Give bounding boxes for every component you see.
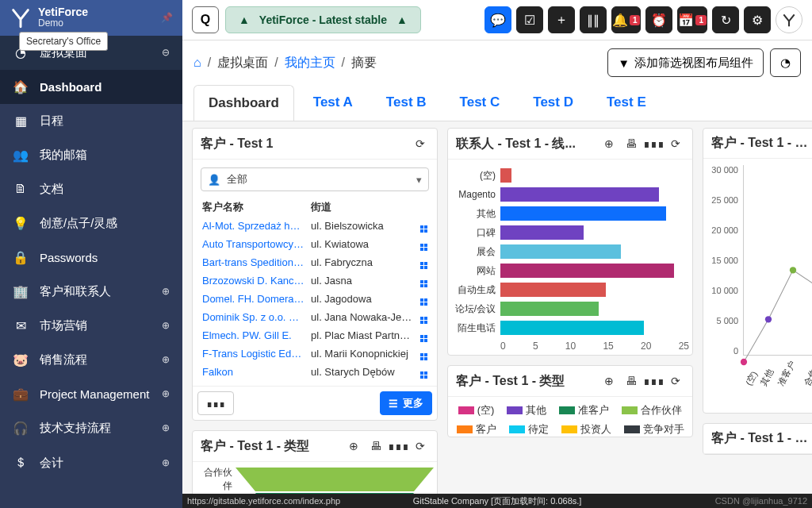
customer-name[interactable]: F-Trans Logistic Edwi...: [199, 344, 308, 363]
bar-row[interactable]: 陌生电话: [451, 318, 689, 337]
books-button[interactable]: ∥∥: [580, 6, 607, 33]
customer-name[interactable]: Al-Mot. Sprzedaż hurt...: [199, 217, 308, 235]
download-icon[interactable]: ⊕: [600, 372, 618, 390]
table-row[interactable]: Elmech. PW. Gill E.pl. Plac Miast Partne…: [199, 326, 431, 344]
expand-icon[interactable]: ⊕: [162, 422, 170, 433]
history-button[interactable]: ↻: [712, 6, 739, 33]
sidebar-item[interactable]: ▦日程: [0, 104, 182, 138]
sidebar-item[interactable]: 🐷销售流程⊕: [0, 343, 182, 377]
refresh-icon[interactable]: ⟳: [412, 437, 429, 455]
legend-item[interactable]: 待定: [509, 422, 549, 437]
table-row[interactable]: Dominik Sp. z o.o. FHUul. Jana Nowaka-Je…: [199, 308, 431, 326]
customer-name[interactable]: Dominik Sp. z o.o. FHU: [199, 308, 308, 326]
chat-button[interactable]: 💬: [485, 6, 511, 33]
expand-icon[interactable]: ⊕: [162, 286, 170, 297]
add-filter-widget-button[interactable]: ▼ 添加筛选视图布局组件: [607, 48, 764, 77]
bar-row[interactable]: 自动生成: [451, 280, 689, 299]
legend-item[interactable]: 客户: [457, 422, 496, 437]
grid-icon[interactable]: [416, 217, 431, 235]
calendar-button[interactable]: 📅1: [677, 6, 707, 33]
table-row[interactable]: Brzozowski D. Kancel...ul. Jasna: [199, 271, 431, 290]
reminders-button[interactable]: ⏰: [645, 6, 672, 33]
grid-icon[interactable]: [416, 308, 431, 326]
bar-row[interactable]: 展会: [451, 242, 689, 261]
tab[interactable]: Test A: [299, 85, 367, 121]
customer-name[interactable]: Auto Transportowcy F...: [199, 235, 308, 253]
sidebar-item[interactable]: 🏢客户和联系人⊕: [0, 275, 182, 309]
legend-item[interactable]: 准客户: [559, 403, 609, 418]
legend-item[interactable]: (空): [458, 403, 495, 418]
customer-name[interactable]: Domel. FH. Domerack...: [199, 290, 308, 308]
legend-item[interactable]: 投资人: [561, 422, 611, 437]
sidebar-item[interactable]: 🏠Dashboard: [0, 70, 182, 104]
notifications-button[interactable]: 🔔1: [611, 6, 642, 33]
refresh-icon[interactable]: ⟳: [412, 135, 429, 152]
action-button[interactable]: ☑: [516, 6, 543, 33]
bar-row[interactable]: 论坛/会议: [451, 299, 689, 318]
sidebar-item[interactable]: 👥我的邮箱: [0, 138, 182, 172]
sidebar-item[interactable]: 💼Project Management⊕: [0, 377, 182, 411]
refresh-icon[interactable]: ⟳: [667, 135, 684, 152]
legend-item[interactable]: 竞争对手: [624, 422, 684, 437]
tab[interactable]: Test D: [519, 85, 588, 121]
version-banner[interactable]: ▲ YetiForce - Latest stable ▲: [225, 6, 421, 33]
print-icon[interactable]: 🖶: [622, 135, 640, 152]
tab[interactable]: Test E: [592, 85, 661, 121]
grid-icon[interactable]: [416, 326, 431, 344]
table-row[interactable]: Bart-trans Spedition ...ul. Fabryczna: [199, 253, 431, 271]
expand-icon[interactable]: ⊕: [162, 320, 170, 331]
sidebar-item[interactable]: ✉市场营销⊕: [0, 309, 182, 343]
download-icon[interactable]: ⊕: [345, 437, 362, 455]
grid-icon[interactable]: [416, 253, 431, 271]
bar-row[interactable]: (空): [451, 166, 689, 185]
download-icon[interactable]: ⊕: [600, 135, 618, 152]
sidebar-item[interactable]: 💡创意/点子/灵感: [0, 206, 182, 241]
customer-name[interactable]: Elmech. PW. Gill E.: [199, 326, 308, 344]
sidebar-item[interactable]: 🔒Passwords: [0, 241, 182, 275]
print-icon[interactable]: 🖶: [367, 437, 385, 455]
chart-button[interactable]: ◔: [770, 48, 801, 77]
expand-icon[interactable]: ⊕: [162, 388, 170, 399]
breadcrumb-l2[interactable]: 我的主页: [285, 55, 335, 71]
legend-item[interactable]: 其他: [507, 403, 546, 418]
settings-button[interactable]: ⚙: [744, 6, 771, 33]
bars-icon[interactable]: ∎∎∎: [389, 437, 407, 455]
bars-icon[interactable]: ∎∎∎: [645, 135, 662, 152]
breadcrumb-home[interactable]: ⌂: [193, 56, 201, 70]
sidebar-item[interactable]: ＄会计⊕: [0, 445, 182, 481]
grid-icon[interactable]: [416, 290, 431, 308]
print-icon[interactable]: 🖶: [622, 372, 640, 390]
tab[interactable]: Test C: [446, 85, 515, 121]
sidebar-item[interactable]: 🗎文档: [0, 172, 182, 206]
tab[interactable]: Test B: [372, 85, 441, 121]
bar-row[interactable]: 网站: [451, 261, 689, 280]
customer-name[interactable]: Bart-trans Spedition ...: [199, 253, 308, 271]
more-button[interactable]: ☰ 更多: [380, 391, 432, 415]
grid-icon[interactable]: [416, 363, 431, 381]
table-row[interactable]: F-Trans Logistic Edwi...ul. Marii Konopn…: [199, 344, 431, 363]
bar-row[interactable]: 其他: [451, 204, 689, 223]
table-row[interactable]: Auto Transportowcy F...ul. Kwiatowa: [199, 235, 431, 253]
user-avatar[interactable]: [776, 6, 802, 33]
bar-row[interactable]: 口碑: [451, 223, 689, 242]
customer-name[interactable]: Falkon: [199, 363, 308, 381]
table-row[interactable]: Domel. FH. Domerack...ul. Jagodowa: [199, 290, 431, 308]
tab[interactable]: Dashboard: [193, 85, 294, 121]
table-row[interactable]: Falkonul. Starych Dębów: [199, 363, 431, 381]
grid-icon[interactable]: [416, 235, 431, 253]
grid-icon[interactable]: [416, 271, 431, 290]
table-row[interactable]: Al-Mot. Sprzedaż hurt...ul. Bielszowicka: [199, 217, 431, 235]
funnel-row[interactable]: 合作伙伴: [196, 467, 434, 492]
pin-icon[interactable]: 📌: [161, 12, 173, 23]
add-button[interactable]: ＋: [548, 6, 575, 33]
collapse-icon[interactable]: ⊖: [162, 47, 170, 58]
expand-icon[interactable]: ⊕: [162, 354, 170, 365]
customer-name[interactable]: Brzozowski D. Kancel...: [199, 271, 308, 290]
brand-header[interactable]: YetiForce Demo 📌 Secretary's Office: [0, 0, 182, 36]
expand-icon[interactable]: ⊕: [162, 457, 170, 468]
sidebar-item[interactable]: 🎧技术支持流程⊕: [0, 411, 182, 445]
widget-filter[interactable]: 👤 全部 ▾: [201, 167, 429, 191]
chart-toggle[interactable]: ∎∎∎: [197, 391, 234, 415]
legend-item[interactable]: 合作伙伴: [622, 403, 682, 418]
grid-icon[interactable]: [416, 344, 431, 363]
